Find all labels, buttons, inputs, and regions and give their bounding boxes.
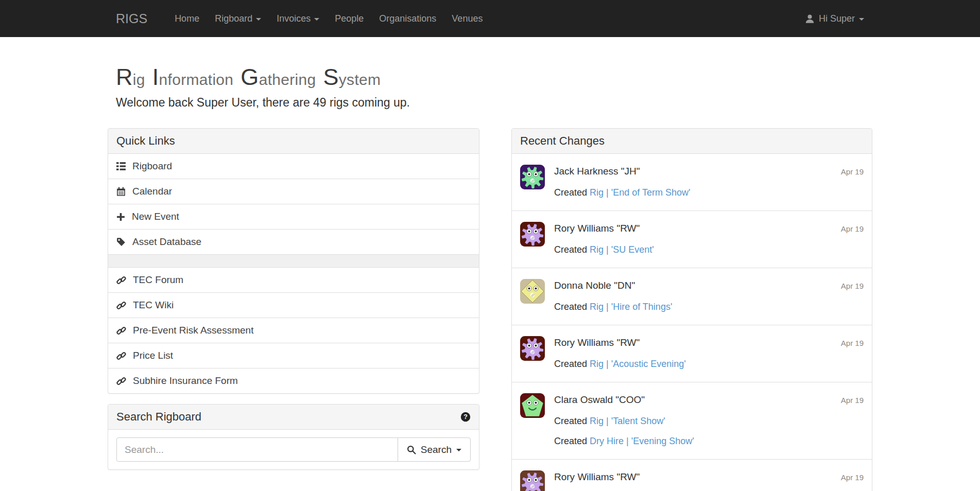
right-column: Recent Changes Jack Harkness "JH"Apr 19C… [511,128,872,491]
nav-item-venues[interactable]: Venues [444,0,490,38]
nav-item-label: Venues [452,13,483,24]
change-link[interactable]: Rig | 'Hire of Things' [590,302,672,312]
quick-link-rigboard[interactable]: Rigboard [108,154,479,179]
change-link[interactable]: Dry Hire | 'Evening Show' [590,436,694,446]
change-date: Apr 19 [841,471,864,484]
recent-changes-panel: Recent Changes Jack Harkness "JH"Apr 19C… [511,128,872,491]
quick-link-pre-event-risk-assessment[interactable]: Pre-Event Risk Assessment [108,318,479,343]
quick-link-subhire-insurance-form[interactable]: Subhire Insurance Form [108,368,479,393]
change-link[interactable]: Rig | 'Talent Show' [590,416,665,426]
user-avatar [520,470,545,491]
recent-change-row: Clara Oswald "COO"Apr 19Created Rig | 'T… [512,382,872,459]
change-link[interactable]: Rig | 'End of Term Show' [590,187,690,198]
quick-links-separator [108,254,479,267]
person-name: Rory Williams "RW" [554,470,640,484]
person-name: Jack Harkness "JH" [554,165,640,178]
nav-item-invoices[interactable]: Invoices [269,0,327,38]
quick-link-new-event[interactable]: New Event [108,204,479,229]
question-circle-icon[interactable]: ? [460,412,471,422]
recent-change-row: Donna Noble "DN"Apr 19Created Rig | 'Hir… [512,268,872,325]
plus-icon [116,213,125,221]
change-link[interactable]: Rig | 'SU Event' [590,244,654,255]
nav-item-people[interactable]: People [327,0,371,38]
quick-link-label: TEC Wiki [133,300,174,311]
th-list-icon [116,162,126,171]
quick-link-tec-forum[interactable]: TEC Forum [108,267,479,292]
recent-change-body: Jack Harkness "JH"Apr 19Created Rig | 'E… [554,165,864,199]
search-button[interactable]: Search [398,437,471,462]
title-word: System [323,70,381,89]
link-icon [116,275,126,285]
navbar-inner: RIGS HomeRigboardInvoicesPeopleOrganisat… [107,0,873,37]
recent-change-head: Clara Oswald "COO"Apr 19 [554,393,864,407]
quick-link-asset-database[interactable]: Asset Database [108,229,479,254]
change-action: Created Rig | 'End of Term Show' [554,187,864,199]
nav-item-organisations[interactable]: Organisations [371,0,444,38]
nav-item-home[interactable]: Home [167,0,207,38]
change-action: Created Rig | 'Talent Show' [554,415,864,427]
quick-link-label: Pre-Event Risk Assessment [133,325,253,336]
change-action: Created Rig | 'Acoustic Evening' [554,358,864,370]
svg-text:?: ? [463,413,468,420]
recent-change-body: Rory Williams "RW"Apr 19Created Rig | 'S… [554,222,864,256]
user-avatar [520,393,545,418]
link-icon [116,376,126,386]
nav-item-label: Invoices [277,13,311,24]
recent-change-head: Rory Williams "RW"Apr 19 [554,336,864,350]
change-date: Apr 19 [841,337,864,350]
quick-link-tec-wiki[interactable]: TEC Wiki [108,292,479,318]
quick-link-label: Rigboard [132,161,172,172]
recent-change-row: Rory Williams "RW"Apr 19Created Rig | 'A… [512,325,872,382]
change-action: Created Rig | 'Hire of Things' [554,301,864,313]
left-column: Quick Links RigboardCalendarNew EventAss… [108,128,479,470]
change-date: Apr 19 [841,165,864,179]
recent-change-head: Donna Noble "DN"Apr 19 [554,279,864,293]
quick-link-label: Price List [133,350,173,361]
change-action: Created Rig | 'SU Event' [554,244,864,256]
caret-down-icon [256,18,261,21]
quick-link-calendar[interactable]: Calendar [108,179,479,204]
person-name: Clara Oswald "COO" [554,393,645,407]
title-word: Gathering [240,70,316,89]
recent-change-head: Rory Williams "RW"Apr 19 [554,222,864,236]
person-name: Rory Williams "RW" [554,336,640,349]
nav-item-rigboard[interactable]: Rigboard [207,0,269,38]
recent-change-body: Rory Williams "RW"Apr 19 [554,470,864,491]
person-name: Rory Williams "RW" [554,222,640,235]
search-input[interactable] [116,437,398,462]
search-rigboard-panel: Search Rigboard ? Search [108,404,479,470]
user-menu[interactable]: Hi Super [805,13,864,24]
recent-change-body: Clara Oswald "COO"Apr 19Created Rig | 'T… [554,393,864,447]
content-row: Quick Links RigboardCalendarNew EventAss… [107,128,873,491]
caret-down-icon [859,18,864,21]
recent-change-head: Rory Williams "RW"Apr 19 [554,470,864,484]
user-avatar [520,222,545,247]
recent-changes-heading: Recent Changes [512,129,872,154]
link-icon [116,351,126,361]
nav-item-label: People [335,13,364,24]
quick-links-heading: Quick Links [108,129,479,154]
change-date: Apr 19 [841,394,864,407]
main-container: RigInformationGatheringSystem Welcome ba… [107,64,873,491]
recent-change-row: Jack Harkness "JH"Apr 19Created Rig | 'E… [512,154,872,211]
user-avatar [520,279,545,304]
search-input-group: Search [116,437,471,462]
caret-down-icon [456,449,461,451]
title-word: Rig [116,70,145,89]
link-icon [116,326,126,336]
change-link[interactable]: Rig | 'Acoustic Evening' [590,359,686,369]
change-date: Apr 19 [841,279,864,293]
quick-link-label: Asset Database [132,236,201,248]
quick-link-label: Subhire Insurance Form [133,375,238,387]
quick-link-price-list[interactable]: Price List [108,343,479,368]
navbar: RIGS HomeRigboardInvoicesPeopleOrganisat… [0,0,980,37]
calendar-icon [116,187,126,196]
brand-rigs[interactable]: RIGS [116,11,147,26]
recent-change-body: Donna Noble "DN"Apr 19Created Rig | 'Hir… [554,279,864,313]
quick-links-list: RigboardCalendarNew EventAsset DatabaseT… [108,154,479,393]
nav-item-label: Rigboard [215,13,252,24]
recent-change-row: Rory Williams "RW"Apr 19 [512,459,872,491]
search-icon [407,445,416,454]
search-body: Search [108,430,479,469]
quick-link-label: New Event [132,211,179,222]
